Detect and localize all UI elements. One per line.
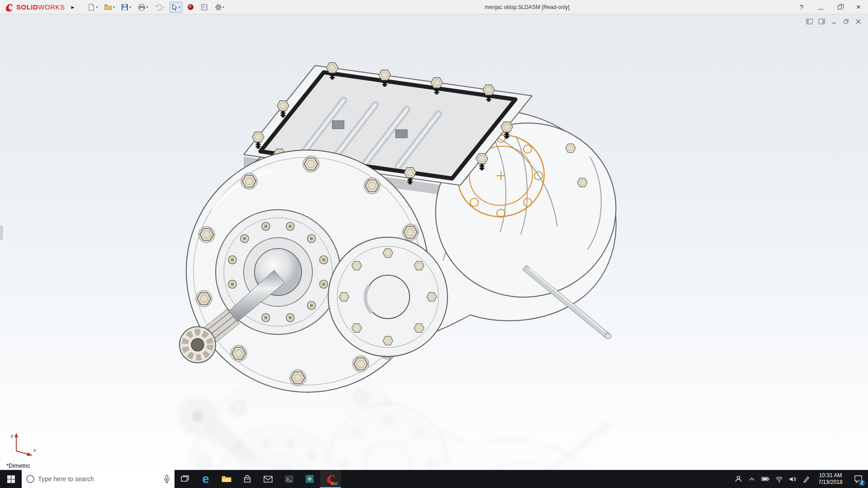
tray-overflow-button[interactable] (745, 470, 759, 488)
solidworks-app-button[interactable]: 2017 (320, 470, 341, 488)
open-folder-icon (104, 4, 112, 11)
store-button[interactable] (237, 470, 258, 488)
task-view-icon (181, 475, 189, 483)
properties-sheet-icon (201, 4, 208, 11)
front-bearing-cover[interactable] (328, 237, 448, 357)
dropdown-chevron[interactable]: ▾ (146, 5, 148, 9)
network-button[interactable] (772, 470, 786, 488)
dropdown-chevron[interactable]: ▾ (223, 5, 225, 9)
quick-access-toolbar: ▾ ▾ ▾ ▾ (86, 2, 226, 13)
solidworks-year-label: 2017 (330, 482, 338, 485)
people-button[interactable] (731, 470, 745, 488)
battery-icon (761, 476, 769, 482)
photos-icon (306, 475, 314, 483)
graphics-area[interactable]: y x *Dimetric (0, 14, 868, 470)
battery-button[interactable] (759, 470, 772, 488)
dropdown-chevron[interactable]: ▾ (179, 5, 180, 9)
axis-x-label: x (33, 447, 36, 453)
close-icon: × (856, 3, 861, 12)
print-button[interactable]: ▾ (136, 2, 150, 13)
file-explorer-button[interactable] (216, 470, 237, 488)
print-icon (138, 4, 146, 11)
properties-button[interactable] (199, 2, 210, 13)
doc-minimize-icon[interactable] (830, 18, 837, 25)
taskbar-clock[interactable]: 10:31 AM 7/13/2018 (813, 470, 848, 488)
doc-close-icon[interactable] (855, 18, 862, 25)
volume-button[interactable] (786, 470, 799, 488)
select-arrow-icon (171, 4, 178, 11)
gearbox-assembly[interactable] (179, 63, 637, 392)
system-tray: 10:31 AM 7/13/2018 2 (731, 470, 868, 488)
edge-button[interactable]: e (195, 470, 216, 488)
select-tool-button[interactable]: ▾ (170, 2, 182, 13)
appearance-button[interactable] (185, 2, 196, 13)
open-button[interactable]: ▾ (103, 2, 117, 13)
minimize-icon (818, 9, 823, 9)
undo-icon (155, 4, 162, 11)
console-button[interactable] (278, 470, 299, 488)
options-button[interactable]: ▾ (213, 2, 226, 13)
restore-button[interactable] (830, 0, 849, 14)
edge-icon: e (202, 473, 209, 485)
dassault-logo-icon (5, 2, 14, 12)
brand-text-works: WORKS (38, 3, 65, 11)
pen-icon (803, 476, 810, 483)
search-input[interactable] (38, 475, 160, 483)
wifi-icon (775, 476, 783, 483)
save-floppy-icon (121, 4, 128, 11)
window-controls: ? × (792, 0, 868, 14)
store-bag-icon (243, 475, 251, 483)
windows-ink-button[interactable] (799, 470, 813, 488)
menu-flyout-arrow[interactable]: ▶ (71, 5, 75, 9)
task-view-button[interactable] (175, 470, 195, 488)
chevron-up-icon (749, 477, 755, 481)
appearance-sphere-icon (187, 4, 194, 10)
taskbar: e 2 (0, 470, 868, 488)
gearbox-model-canvas[interactable] (0, 14, 868, 470)
dropdown-chevron[interactable]: ▾ (163, 5, 165, 9)
solidworks-logo: SOLIDWORKS (0, 2, 65, 12)
options-gear-icon (215, 4, 222, 11)
orientation-triad: y x (9, 431, 38, 457)
titlebar: SOLIDWORKS ▶ ▾ ▾ ▾ (0, 0, 868, 14)
pane-dock-right-icon[interactable] (818, 18, 825, 25)
new-document-icon (88, 4, 95, 11)
axis-y-label: y (10, 433, 14, 438)
dropdown-chevron[interactable]: ▾ (113, 5, 115, 9)
pane-dock-left-icon[interactable] (806, 18, 813, 25)
close-button[interactable]: × (849, 0, 868, 14)
restore-icon (838, 5, 842, 9)
clock-time: 10:31 AM (819, 472, 842, 479)
dropdown-chevron[interactable]: ▾ (96, 5, 98, 9)
file-explorer-icon (222, 475, 231, 483)
minimize-button[interactable] (811, 0, 830, 14)
clock-date: 7/13/2018 (818, 479, 842, 486)
mail-envelope-icon (264, 476, 273, 483)
save-button[interactable]: ▾ (119, 2, 133, 13)
start-button[interactable] (0, 470, 22, 488)
console-window-icon (285, 475, 293, 483)
model-reflection (179, 369, 637, 470)
new-document-button[interactable]: ▾ (86, 2, 99, 13)
action-center-button[interactable]: 2 (848, 470, 868, 488)
photos-button[interactable] (299, 470, 320, 488)
document-window-controls (806, 18, 862, 25)
windows-logo-icon (7, 475, 15, 483)
view-orientation-label: *Dimetric (6, 462, 30, 469)
cortana-icon[interactable] (26, 475, 34, 483)
brand-text-solid: SOLID (16, 3, 38, 11)
document-title: menjac sklop.SLDASM [Read-only] (485, 0, 569, 14)
mail-button[interactable] (258, 470, 278, 488)
taskbar-search-box[interactable] (22, 470, 175, 488)
volume-icon (789, 476, 796, 483)
dropdown-chevron[interactable]: ▾ (129, 5, 131, 9)
undo-button[interactable]: ▾ (153, 2, 167, 13)
notification-badge: 2 (859, 479, 865, 486)
people-icon (735, 475, 742, 483)
microphone-icon[interactable] (164, 475, 170, 483)
doc-restore-icon[interactable] (843, 18, 849, 25)
help-button[interactable]: ? (792, 0, 811, 14)
